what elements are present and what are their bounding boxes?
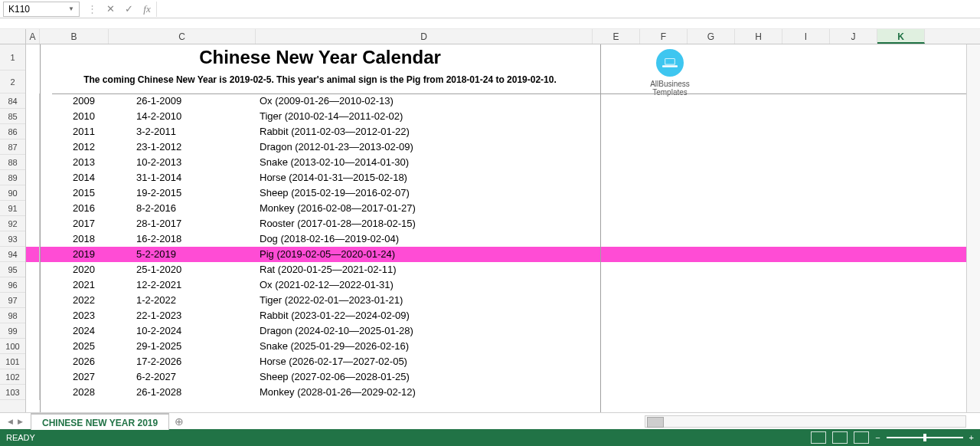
cell-year[interactable]: 2021 [40, 277, 109, 293]
column-header-B[interactable]: B [40, 29, 109, 44]
cell-sign[interactable]: Rabbit (2023-01-22—2024-02-09) [256, 308, 593, 323]
cell-sign[interactable]: Snake (2013-02-10—2014-01-30) [256, 155, 593, 170]
cell-date[interactable]: 8-2-2016 [109, 201, 256, 216]
cell-sign[interactable]: Dragon (2012-01-23—2013-02-09) [256, 139, 593, 155]
cells[interactable]: Chinese New Year Calendar The coming Chi… [26, 44, 980, 412]
logo-block[interactable]: AllBusiness Templates [643, 49, 697, 97]
row-header[interactable]: 102 [0, 369, 25, 385]
row-header[interactable]: 88 [0, 155, 25, 170]
cell-A[interactable] [26, 185, 40, 201]
table-row[interactable]: 202529-1-2025Snake (2025-01-29—2026-02-1… [26, 339, 980, 354]
cell-A[interactable] [26, 201, 40, 216]
cell-date[interactable]: 25-1-2020 [109, 262, 256, 277]
name-box[interactable]: K110 ▼ [3, 2, 80, 17]
page-break-view-icon[interactable] [854, 431, 869, 444]
table-row[interactable]: 201223-1-2012Dragon (2012-01-23—2013-02-… [26, 139, 980, 155]
row-header[interactable]: 85 [0, 109, 25, 124]
cell-sign[interactable]: Rooster (2017-01-28—2018-02-15) [256, 216, 593, 231]
cell-empty[interactable] [593, 124, 980, 139]
cell-A[interactable] [26, 124, 40, 139]
cell-year[interactable]: 2026 [40, 354, 109, 369]
table-row[interactable]: 202410-2-2024Dragon (2024-02-10—2025-01-… [26, 323, 980, 339]
table-row[interactable]: 20113-2-2011Rabbit (2011-02-03—2012-01-2… [26, 124, 980, 139]
cell-date[interactable]: 23-1-2012 [109, 139, 256, 155]
page-layout-view-icon[interactable] [832, 431, 848, 444]
tab-next-icon[interactable]: ▶ [18, 418, 23, 425]
cell-A[interactable] [26, 262, 40, 277]
cell-year[interactable]: 2020 [40, 262, 109, 277]
column-header-H[interactable]: H [735, 29, 782, 44]
cell-year[interactable]: 2024 [40, 323, 109, 339]
cell-date[interactable]: 29-1-2025 [109, 339, 256, 354]
select-all-corner[interactable] [0, 29, 26, 44]
column-header-F[interactable]: F [640, 29, 688, 44]
row-header[interactable]: 99 [0, 323, 25, 339]
row-header[interactable]: 95 [0, 262, 25, 277]
cell-date[interactable]: 19-2-2015 [109, 185, 256, 201]
cell-sign[interactable]: Sheep (2027-02-06—2028-01-25) [256, 369, 593, 385]
cell-sign[interactable]: Ox (2021-02-12—2022-01-31) [256, 277, 593, 293]
dropdown-icon[interactable]: ▼ [68, 5, 74, 12]
row-header[interactable]: 87 [0, 139, 25, 155]
cell-date[interactable]: 5-2-2019 [109, 247, 256, 262]
cell-A[interactable] [26, 354, 40, 369]
cell-empty[interactable] [593, 109, 980, 124]
cell-year[interactable]: 2016 [40, 201, 109, 216]
column-header-G[interactable]: G [688, 29, 735, 44]
cell-A[interactable] [26, 170, 40, 185]
cell-date[interactable]: 17-2-2026 [109, 354, 256, 369]
cell-sign[interactable]: Tiger (2022-02-01—2023-01-21) [256, 293, 593, 308]
cell-empty[interactable] [593, 170, 980, 185]
accept-formula-icon[interactable]: ✓ [119, 3, 138, 15]
row-header[interactable]: 103 [0, 385, 25, 400]
cell-empty[interactable] [593, 155, 980, 170]
cell-year[interactable]: 2022 [40, 293, 109, 308]
table-row[interactable]: 202025-1-2020Rat (2020-01-25—2021-02-11) [26, 262, 980, 277]
column-header-C[interactable]: C [109, 29, 256, 44]
add-sheet-button[interactable]: ⊕ [169, 415, 189, 428]
cell-date[interactable]: 6-2-2027 [109, 369, 256, 385]
fx-icon[interactable]: fx [138, 3, 156, 15]
cell-A[interactable] [26, 339, 40, 354]
cell-sign[interactable]: Dog (2018-02-16—2019-02-04) [256, 231, 593, 247]
cell-A[interactable] [26, 155, 40, 170]
cell-A[interactable] [26, 231, 40, 247]
cell-empty[interactable] [593, 385, 980, 400]
sheet-tab-active[interactable]: CHINESE NEW YEAR 2019 [31, 413, 169, 430]
cell-year[interactable]: 2015 [40, 185, 109, 201]
cell-sign[interactable]: Pig (2019-02-05—2020-01-24) [256, 247, 593, 262]
table-row[interactable]: 20276-2-2027Sheep (2027-02-06—2028-01-25… [26, 369, 980, 385]
cell-A[interactable] [26, 216, 40, 231]
cell-A[interactable] [26, 93, 40, 109]
tab-prev-icon[interactable]: ◀ [8, 418, 13, 425]
row-header[interactable]: 86 [0, 124, 25, 139]
table-row[interactable]: 201728-1-2017Rooster (2017-01-28—2018-02… [26, 216, 980, 231]
column-header-A[interactable]: A [26, 29, 40, 44]
cell-empty[interactable] [593, 201, 980, 216]
table-row[interactable]: 202322-1-2023Rabbit (2023-01-22—2024-02-… [26, 308, 980, 323]
cell-A[interactable] [26, 247, 40, 262]
row-header[interactable]: 92 [0, 216, 25, 231]
table-row[interactable]: 201431-1-2014Horse (2014-01-31—2015-02-1… [26, 170, 980, 185]
cell-year[interactable]: 2028 [40, 385, 109, 400]
column-header-J[interactable]: J [830, 29, 877, 44]
cell-date[interactable]: 26-1-2028 [109, 385, 256, 400]
cell-sign[interactable]: Horse (2014-01-31—2015-02-18) [256, 170, 593, 185]
column-header-I[interactable]: I [782, 29, 830, 44]
cancel-formula-icon[interactable]: ✕ [101, 3, 119, 15]
horizontal-scrollbar[interactable] [645, 415, 966, 428]
cell-year[interactable]: 2014 [40, 170, 109, 185]
cell-empty[interactable] [593, 308, 980, 323]
normal-view-icon[interactable] [811, 431, 826, 444]
cell-year[interactable]: 2017 [40, 216, 109, 231]
column-header-K[interactable]: K [877, 29, 925, 44]
cell-A[interactable] [26, 293, 40, 308]
cell-sign[interactable]: Rabbit (2011-02-03—2012-01-22) [256, 124, 593, 139]
cell-A[interactable] [26, 109, 40, 124]
cell-date[interactable]: 14-2-2010 [109, 109, 256, 124]
row-header[interactable]: 89 [0, 170, 25, 185]
row-header[interactable]: 96 [0, 277, 25, 293]
column-header-D[interactable]: D [256, 29, 593, 44]
row-header[interactable]: 90 [0, 185, 25, 201]
cell-year[interactable]: 2018 [40, 231, 109, 247]
